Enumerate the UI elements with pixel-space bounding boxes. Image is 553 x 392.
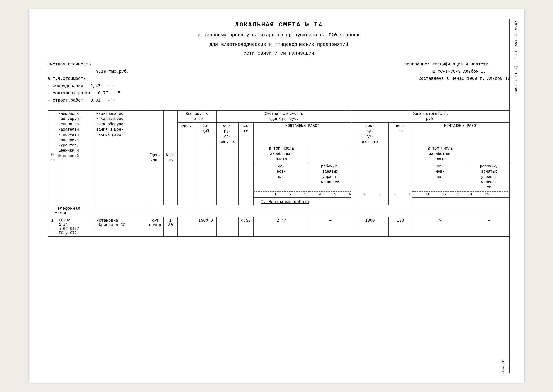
meta-build-label: - строит.работ — [48, 97, 83, 104]
col14-oc: ос-нов-ная — [412, 163, 468, 191]
main-table: №пп Наименова-ние укруп-ненных по-казате… — [48, 110, 510, 236]
col7-empty — [195, 145, 216, 205]
meta-total-val: 3,I9 тыс.руб. — [96, 69, 129, 74]
col9-empty — [238, 145, 254, 205]
col9-sub: все-го — [238, 123, 254, 146]
col4-header: Един.изм. — [147, 110, 163, 205]
meta-equip-val: 2,47 — [90, 82, 101, 90]
meta-base-label2: № СС-I÷СС-3 Альбом I, — [404, 68, 510, 75]
row1-cost-total: 4,33 — [238, 217, 254, 236]
page-container: т.п. 807-I4-6.83 Лист I (I-I) ЛОКАЛЬНАЯ … — [29, 9, 525, 383]
col8-sub: обо-ру-до-ван. то — [217, 123, 239, 146]
col2-header: Наименова-ние укруп-ненных по-казателейи… — [57, 110, 95, 205]
col67-header: Вес бруттонетто — [178, 110, 217, 123]
col12-15-header-obshchaya: Общая стоимость,руб. — [351, 110, 510, 123]
col14-label: В ТОМ ЧИСЛЕзаработнаяплата — [412, 145, 468, 163]
col6-sub: един. — [178, 123, 195, 146]
meta-equip-label: - оборудования — [48, 82, 83, 90]
meta-cost-label: Сметная стоимость — [48, 61, 129, 68]
table-wrapper: №пп Наименова-ние укруп-ненных по-казате… — [48, 110, 510, 237]
col11-label — [309, 145, 351, 163]
meta-section: Сметная стоимость 3,I9 тыс.руб. в т.ч.ст… — [48, 61, 510, 104]
col1-header: №пп — [48, 110, 57, 205]
data-row-1: I I6-02д.I4п.02-0I87I0-у-9I2 Установка"К… — [48, 217, 510, 236]
row1-total-oc: — — [468, 217, 510, 236]
row1-num: I — [48, 217, 57, 236]
meta-incl-label: в т.ч.стоимость: — [48, 75, 129, 82]
subsection-header-row: Телефоннаясвязь — [48, 205, 510, 217]
row1-w-total: I300,0 — [195, 217, 216, 236]
col6-empty — [178, 145, 195, 205]
col14-15-sub: МОНТАЖНЫХ РАБОТ — [412, 123, 510, 146]
meta-right: Основание: спецификация и чертежи № СС-I… — [404, 61, 510, 104]
col8-empty — [217, 145, 239, 205]
col7-sub: Об-щий — [195, 123, 216, 146]
header-row-1: №пп Наименова-ние укруп-ненных по-казате… — [48, 110, 510, 123]
row1-name: Установка"Кристалл 30" — [95, 217, 147, 236]
subtitle-line1: к типовому проекту санитарного пропускни… — [48, 32, 510, 39]
meta-left: Сметная стоимость 3,I9 тыс.руб. в т.ч.ст… — [48, 61, 129, 104]
bottom-stamp: 50-4Е28 — [501, 360, 505, 376]
meta-base-label: Основание: спецификация и чертежи — [404, 61, 510, 68]
row1-position: I6-02д.I4п.02-0I87I0-у-9I2 — [57, 217, 95, 236]
section-title: сети связи и сигнализации — [48, 50, 510, 56]
col10-label: В ТОМ ЧИСЛЕзаработнаяплата — [254, 145, 309, 163]
meta-cost-value: 3,I9 тыс.руб. — [48, 68, 129, 75]
meta-build-dash: -"- — [108, 97, 115, 104]
side-label-top: т.п. 807-I4-6.83 — [514, 20, 518, 58]
row1-w-unit — [178, 217, 195, 236]
title-section: ЛОКАЛЬНАЯ СМЕТА № I4 к типовому проекту … — [48, 21, 510, 56]
meta-equip-dash: -"- — [108, 82, 115, 90]
section-header-text: I. Монтажные работы — [254, 197, 510, 205]
row1-cost-zp: 2,47 — [254, 217, 309, 236]
col-numbers-left: I 2 3 4 5 6 7 8 9 I0 II I2 I3 I4 I5 — [254, 191, 510, 198]
meta-build-row: - строит.работ 0,0I -"- — [48, 97, 129, 104]
col15-rabochikh: рабочих,занятыхуправл.машина-МИ — [468, 163, 510, 191]
subtitle-line2: для животноводческих и птицеводческих пр… — [48, 41, 510, 48]
meta-mount-row: - монтажных работ 0,7I -"- — [48, 90, 129, 97]
col15-label — [468, 145, 510, 163]
main-title: ЛОКАЛЬНАЯ СМЕТА № I4 — [48, 21, 510, 28]
row1-total-equip: I300 — [351, 217, 388, 236]
col11-rabochikh: рабочих,занятыхуправл.машинами — [309, 163, 351, 191]
col13-sub: все-го — [389, 123, 412, 146]
subsection-header-text: Телефоннаясвязь — [48, 205, 389, 217]
meta-mount-dash: -"- — [115, 90, 123, 97]
col10-oc: ос-нов-ная — [254, 163, 309, 191]
row1-unit: к-тномер — [147, 217, 163, 236]
right-sidebar: т.п. 807-I4-6.83 Лист I (I-I) — [509, 19, 523, 373]
row1-cost-equip — [217, 217, 239, 236]
row1-cost-oc: — — [309, 217, 351, 236]
col3-header: Наименованиеи характерис-тика оборудо-ва… — [95, 110, 147, 205]
meta-compiled: Составлена в ценах 1969 г. Альбом IУ — [404, 75, 510, 82]
meta-mount-label: - монтажных работ — [48, 90, 91, 97]
col89-10-11-header-smetna: Сметная стоимостьединицы, руб. — [217, 110, 351, 123]
row1-total-all: I30 — [389, 217, 412, 236]
col10-11-sub: МОНТАЖНЫХ РАБОТ — [254, 123, 351, 146]
meta-mount-val: 0,7I — [98, 90, 108, 97]
side-label-bottom: Лист I (I-I) — [514, 65, 518, 93]
col5-header: Кол-во — [163, 110, 178, 205]
row1-qty: I30 — [163, 217, 178, 236]
col12-sub: обо-ру-до-ван. то — [351, 123, 388, 146]
meta-build-val: 0,0I — [90, 97, 101, 104]
row1-total-zp: 74 — [412, 217, 468, 236]
meta-equip-row: - оборудования 2,47 -"- — [48, 82, 129, 90]
